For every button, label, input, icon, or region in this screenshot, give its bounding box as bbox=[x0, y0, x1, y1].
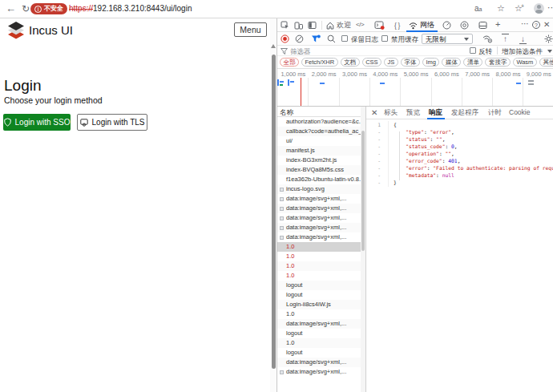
type-chip[interactable]: 文档 bbox=[341, 58, 360, 67]
translate-icon[interactable]: aa bbox=[474, 4, 482, 13]
login-tls-button[interactable]: Login with TLS bbox=[77, 114, 147, 131]
filter-icon[interactable] bbox=[311, 34, 321, 43]
file-type-icon bbox=[280, 226, 284, 230]
more-tabs-icon[interactable]: + bbox=[495, 19, 500, 29]
request-row[interactable]: logout bbox=[277, 348, 365, 358]
type-chip[interactable]: 清单 bbox=[463, 58, 482, 67]
preserve-log-checkbox[interactable] bbox=[341, 35, 348, 42]
request-row[interactable]: logout bbox=[277, 329, 365, 338]
login-sso-button[interactable]: Login with SSO bbox=[3, 114, 71, 131]
request-list-header[interactable]: 名称 bbox=[277, 107, 365, 117]
response-tab-initiator[interactable]: 发起程序 bbox=[451, 108, 478, 118]
request-row[interactable]: f1ea362b-Ubuntu-latin-v0.8... bbox=[277, 175, 365, 184]
request-name: data:image/svg+xml,... bbox=[286, 233, 346, 240]
request-row[interactable]: 1.0 bbox=[277, 261, 365, 271]
tab-network[interactable]: 网络 bbox=[409, 20, 434, 30]
tab-elements-icon[interactable]: </> bbox=[356, 21, 364, 28]
overview-activity-mark bbox=[290, 81, 294, 83]
dock-side-icon[interactable] bbox=[308, 21, 317, 30]
devtools-customize-icon[interactable]: ⋯ bbox=[521, 19, 529, 28]
tab-sources-icon[interactable]: { } bbox=[394, 22, 400, 30]
request-row[interactable]: data:image/svg+xml,... bbox=[277, 232, 365, 242]
request-row[interactable]: 1.0 bbox=[277, 309, 365, 319]
tab-memory-icon[interactable] bbox=[460, 21, 469, 30]
tab-performance-icon[interactable] bbox=[442, 21, 451, 30]
request-row[interactable]: index-BVQa8M5s.css bbox=[277, 165, 365, 175]
request-row[interactable]: logout bbox=[277, 290, 365, 300]
tab-storage-icon[interactable] bbox=[478, 21, 487, 30]
browser-menu-icon[interactable]: ⋯ bbox=[547, 2, 553, 13]
request-row[interactable]: logout bbox=[277, 281, 365, 290]
refresh-icon[interactable]: ↻ bbox=[22, 3, 30, 14]
page-scrollbar-thumb[interactable] bbox=[272, 55, 276, 369]
response-tab-response[interactable]: 响应 bbox=[429, 108, 442, 118]
type-chip[interactable]: Img bbox=[422, 58, 440, 67]
request-list-scrollbar-thumb[interactable] bbox=[361, 131, 365, 251]
device-toolbar-icon[interactable] bbox=[294, 21, 303, 30]
request-row[interactable]: 1.0 bbox=[277, 252, 365, 261]
export-har-icon[interactable]: ↓ bbox=[519, 34, 527, 44]
request-row[interactable]: data:image/svg+xml,... bbox=[277, 204, 365, 213]
type-chip[interactable]: JS bbox=[384, 58, 398, 67]
request-row[interactable]: Login-ii8cs4iW.js bbox=[277, 300, 365, 309]
request-row[interactable]: authorization?audience=&c... bbox=[277, 117, 365, 127]
invert-checkbox[interactable] bbox=[470, 47, 476, 54]
request-row[interactable]: callback?code=authelia_ac_... bbox=[277, 127, 365, 136]
url-text[interactable]: https://192.168.3.210:8443/ui/login bbox=[69, 4, 192, 13]
type-chip[interactable]: Fetch/XHR bbox=[301, 58, 338, 67]
request-row[interactable]: data:image/svg+xml,... bbox=[277, 194, 365, 204]
request-row[interactable]: data:image/svg+xml,... bbox=[277, 358, 365, 367]
response-body[interactable]: 1{- "type": "error",- "status": "",- "st… bbox=[366, 121, 553, 392]
disable-cache-checkbox[interactable] bbox=[381, 35, 388, 42]
inspect-element-icon[interactable] bbox=[281, 21, 289, 30]
response-tab-cookie[interactable]: Cookie bbox=[509, 108, 530, 116]
request-row[interactable]: ui/ bbox=[277, 136, 365, 146]
type-chip[interactable]: 字体 bbox=[401, 58, 420, 67]
file-type-icon bbox=[280, 370, 284, 374]
response-tab-timing[interactable]: 计时 bbox=[488, 108, 502, 118]
import-har-icon[interactable]: ↑ bbox=[502, 34, 509, 43]
profile-avatar-icon[interactable] bbox=[534, 3, 544, 14]
type-chip[interactable]: 全部 bbox=[280, 58, 299, 67]
type-chip[interactable]: 其他 bbox=[539, 58, 553, 67]
scrollbar-up-arrow[interactable] bbox=[271, 44, 276, 48]
request-row[interactable]: index-BG3xm2ht.js bbox=[277, 156, 365, 165]
network-conditions-icon[interactable] bbox=[482, 34, 492, 43]
request-row[interactable]: 1.0 bbox=[277, 242, 365, 252]
devtools-close-icon[interactable]: ✕ bbox=[543, 20, 550, 29]
clear-icon[interactable] bbox=[295, 34, 304, 43]
request-row[interactable]: incus-logo.svg bbox=[277, 184, 365, 194]
tab-console-icon[interactable] bbox=[374, 21, 385, 30]
throttling-dropdown[interactable]: 无限制 bbox=[422, 34, 473, 44]
type-chip[interactable]: 套接字 bbox=[485, 58, 511, 67]
collections-star-icon[interactable]: ☆+ bbox=[515, 3, 524, 14]
network-settings-gear-icon[interactable] bbox=[544, 34, 553, 43]
search-icon[interactable] bbox=[327, 34, 336, 43]
request-row[interactable]: data:image/svg+xml,... bbox=[277, 367, 365, 377]
security-badge[interactable]: i不安全 bbox=[30, 3, 67, 14]
network-overview[interactable]: 1,000 ms2,000 ms3,000 ms4,000 ms5,000 ms… bbox=[277, 69, 553, 107]
devtools-help-icon[interactable]: ? bbox=[532, 21, 540, 29]
type-chip[interactable]: CSS bbox=[362, 58, 381, 67]
back-icon[interactable]: ← bbox=[6, 2, 16, 14]
response-tab-headers[interactable]: 标头 bbox=[384, 108, 398, 118]
type-chip[interactable]: Wasm bbox=[513, 58, 537, 67]
tab-welcome[interactable]: 欢迎 bbox=[326, 20, 351, 30]
response-tab-preview[interactable]: 预览 bbox=[406, 108, 420, 118]
record-icon[interactable] bbox=[281, 34, 289, 43]
login-heading: Login bbox=[4, 77, 42, 95]
close-response-icon[interactable]: ✕ bbox=[371, 108, 377, 117]
preserve-log-label[interactable]: 保留日志 bbox=[351, 35, 378, 45]
request-row[interactable]: 1.0 bbox=[277, 338, 365, 348]
request-row[interactable]: data:image/svg+xml,... bbox=[277, 213, 365, 223]
menu-button[interactable]: Menu bbox=[234, 22, 267, 37]
overview-activity-mark bbox=[516, 83, 521, 84]
type-chip[interactable]: 媒体 bbox=[442, 58, 461, 67]
request-name: logout bbox=[286, 281, 302, 289]
favorites-star-icon[interactable]: ☆ bbox=[497, 3, 505, 14]
request-row[interactable]: 1.0 bbox=[277, 271, 365, 281]
request-row[interactable]: manifest.js bbox=[277, 146, 365, 156]
disable-cache-label[interactable]: 禁用缓存 bbox=[391, 35, 418, 45]
request-row[interactable]: data:image/svg+xml,... bbox=[277, 223, 365, 232]
request-row[interactable]: data:image/svg+xml,... bbox=[277, 319, 365, 329]
